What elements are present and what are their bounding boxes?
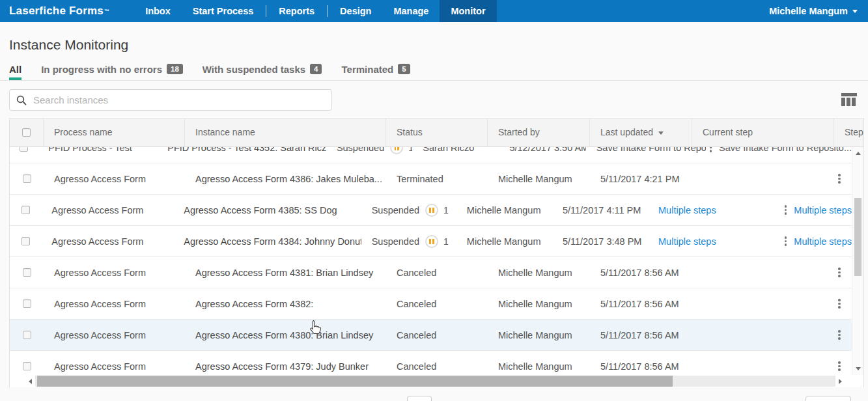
col-header-current-step[interactable]: Current step [692,118,834,146]
horizontal-scrollbar-thumb[interactable] [37,376,673,387]
scroll-down-arrow-icon[interactable] [856,367,861,370]
cell-process-name: PFID Process - Test [38,147,157,153]
tab-in-progress-no-errors[interactable]: In progress with no errors 18 [41,64,183,80]
row-checkbox-cell [10,299,44,308]
cell-step-area [834,163,852,194]
scroll-left-arrow-icon[interactable] [29,379,32,384]
row-checkbox-cell [10,206,41,214]
cell-instance-name: Agresso Access Form 4379: Judy Bunker [185,361,386,372]
scroll-up-arrow-icon[interactable] [856,152,861,155]
suspended-indicator: 1 [390,147,412,154]
nav-item-manage[interactable]: Manage [382,0,440,22]
cell-process-name: Agresso Access Form [44,174,185,184]
tab-with-suspended-tasks[interactable]: With suspended tasks 4 [203,64,322,80]
cell-step-preview[interactable]: Multiple steps [794,236,852,247]
row-actions-kebab-icon[interactable] [837,328,842,342]
cell-started-by: Sarah Riczo [412,147,499,153]
cell-instance-name: Agresso Access Form 4381: Brian Lindsey [185,268,386,278]
column-picker-icon[interactable] [841,93,857,106]
cell-status: Suspended 1 [361,235,456,248]
col-header-status[interactable]: Status [386,118,488,146]
nav-item-start-process[interactable]: Start Process [182,0,265,22]
cell-current-step[interactable]: Multiple steps [648,236,781,247]
col-header-last-updated[interactable]: Last updated [590,118,692,146]
cell-last-updated: 5/11/2017 8:56 AM [590,361,692,372]
table-row[interactable]: Agresso Access Form Agresso Access Form … [10,351,852,375]
tab-terminated[interactable]: Terminated 5 [341,64,410,80]
row-actions-kebab-icon[interactable] [837,297,842,311]
col-header-started-by[interactable]: Started by [488,118,590,146]
row-checkbox[interactable] [20,147,28,152]
nav-item-reports[interactable]: Reports [268,0,326,22]
col-header-process-name[interactable]: Process name [44,118,185,146]
cell-status: Terminated [386,174,488,184]
pagination-button[interactable] [805,396,851,401]
table-row[interactable]: PFID Process - Test PFID Process - Test … [10,147,852,163]
col-header-instance-name[interactable]: Instance name [185,118,386,146]
table-row[interactable]: Agresso Access Form Agresso Access Form … [10,320,852,351]
cell-last-updated: 5/11/2017 4:21 PM [590,174,692,184]
table-row[interactable]: Agresso Access Form Agresso Access Form … [10,163,852,195]
row-checkbox[interactable] [23,331,31,339]
row-checkbox[interactable] [21,206,30,214]
app-logo: Laserfiche Forms™ [0,0,119,22]
horizontal-scrollbar-track[interactable] [35,376,835,387]
cell-started-by: Michelle Mangum [488,299,590,309]
pagination-button[interactable] [407,396,432,401]
instances-table: Process name Instance name Status Starte… [9,118,864,387]
cell-current-step[interactable]: Save Intake Form to Reposito... [586,147,706,153]
nav-item-monitor[interactable]: Monitor [440,0,496,22]
table-row[interactable]: Agresso Access Form Agresso Access Form … [10,257,852,288]
top-nav-bar: Laserfiche Forms™ Inbox Start Process Re… [0,0,868,22]
row-checkbox[interactable] [23,174,31,183]
row-checkbox[interactable] [23,268,31,277]
cell-status: Canceled [386,330,488,340]
search-input[interactable] [32,94,318,106]
filter-tabs: All In progress with no errors 18 With s… [0,64,868,81]
cell-started-by: Michelle Mangum [488,268,590,278]
row-actions-kebab-icon[interactable] [783,203,789,217]
status-text: Canceled [397,361,436,372]
chevron-down-icon [852,10,858,13]
cell-last-updated: 5/11/2017 8:56 AM [590,299,692,309]
cell-step-area [834,351,852,375]
cell-step-preview[interactable]: Multiple steps [794,205,852,215]
tab-all[interactable]: All [9,64,21,80]
select-all-checkbox[interactable] [22,128,31,137]
row-checkbox[interactable] [23,299,31,308]
table-row[interactable]: Agresso Access Form Agresso Access Form … [10,195,852,226]
row-actions-kebab-icon[interactable] [837,359,842,373]
row-actions-kebab-icon[interactable] [837,172,842,186]
search-box[interactable] [9,89,332,111]
cell-process-name: Agresso Access Form [44,299,185,309]
row-checkbox[interactable] [23,362,31,370]
cell-last-updated: 5/11/2017 8:56 AM [590,330,692,340]
count-badge: 18 [167,64,183,74]
vertical-scrollbar[interactable] [852,147,863,375]
tab-label: Terminated [341,64,393,75]
cell-instance-name: Agresso Access Form 4380: Brian Lindsey [185,330,386,340]
horizontal-scrollbar[interactable] [25,375,845,387]
row-actions-kebab-icon[interactable] [708,147,714,154]
user-menu[interactable]: Michelle Mangum [759,0,868,22]
cell-status: Suspended 1 [361,204,456,217]
nav-item-inbox[interactable]: Inbox [134,0,182,22]
count-badge: 5 [398,64,410,74]
row-checkbox-cell [10,362,44,370]
row-checkbox[interactable] [21,237,30,245]
scroll-right-arrow-icon[interactable] [839,379,842,384]
status-text: Canceled [397,299,436,309]
cell-current-step[interactable]: Multiple steps [648,205,781,215]
nav-item-design[interactable]: Design [329,0,382,22]
pause-icon [425,204,438,217]
cell-instance-name: Agresso Access Form 4385: SS Dog [173,205,361,215]
vertical-scrollbar-thumb[interactable] [854,198,861,276]
table-row[interactable]: Agresso Access Form Agresso Access Form … [10,288,852,320]
row-actions-kebab-icon[interactable] [783,234,789,248]
suspended-count: 1 [443,236,449,247]
cell-status: Canceled [386,361,488,372]
cell-step-preview[interactable]: Save Intake Form to Reposito... [719,147,852,153]
row-actions-kebab-icon[interactable] [837,266,842,279]
table-row[interactable]: Agresso Access Form Agresso Access Form … [10,226,852,257]
col-header-step[interactable]: Step [834,118,863,146]
